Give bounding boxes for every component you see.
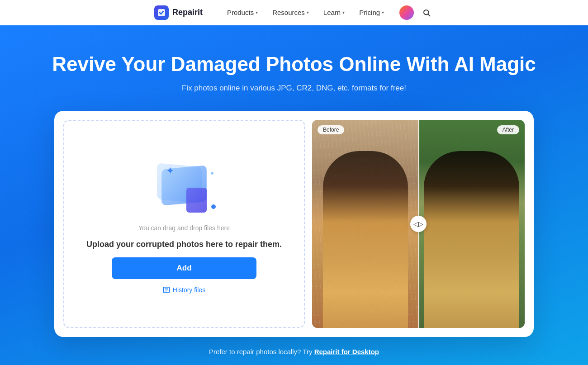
nav-right — [399, 5, 434, 20]
divider-handle[interactable]: ◁▷ — [410, 216, 427, 232]
dot-decoration-2 — [211, 172, 213, 175]
after-half: After — [418, 120, 525, 328]
dot-decoration-1 — [211, 204, 216, 209]
upload-instruction: Upload your corrupted photos here to rep… — [86, 239, 282, 250]
nav-links: Products ▾ Resources ▾ Learn ▾ Pricing ▾ — [221, 5, 390, 20]
upload-3d-icon: ✦ — [152, 158, 216, 213]
brand-name: Repairit — [172, 8, 203, 17]
upload-illustration: ✦ — [148, 154, 220, 217]
hero-title: Revive Your Damaged Photos Online With A… — [52, 52, 536, 76]
chevron-down-icon: ▾ — [256, 10, 258, 15]
chevron-down-icon: ▾ — [382, 10, 384, 15]
before-label: Before — [318, 125, 344, 134]
nav-resources[interactable]: Resources ▾ — [266, 5, 315, 20]
preview-panel: Before After ◁▷ — [312, 120, 525, 328]
nav-pricing[interactable]: Pricing ▾ — [353, 5, 390, 20]
before-half: Before — [312, 120, 418, 328]
hero-subtitle: Fix photos online in various JPG, CR2, D… — [182, 84, 406, 93]
main-card: ✦ You can drag and drop files here Uploa… — [54, 111, 534, 337]
chevron-down-icon: ▾ — [342, 10, 345, 15]
add-button[interactable]: Add — [112, 257, 256, 279]
history-files-link[interactable]: History files — [163, 286, 205, 294]
after-label: After — [497, 125, 519, 134]
brand-logo-link[interactable]: Repairit — [154, 5, 203, 20]
svg-line-2 — [428, 14, 430, 16]
star-icon: ✦ — [166, 165, 174, 177]
logo-icon — [154, 5, 169, 20]
search-icon[interactable] — [419, 5, 434, 20]
hero-section: Revive Your Damaged Photos Online With A… — [0, 25, 588, 365]
nav-learn[interactable]: Learn ▾ — [317, 5, 351, 20]
desktop-link[interactable]: Repairit for Desktop — [314, 348, 379, 356]
bottom-cta-text: Prefer to repair photos locally? Try Rep… — [209, 348, 379, 356]
doc-shape — [186, 188, 207, 213]
before-after-container: Before After ◁▷ — [312, 120, 525, 328]
upload-area[interactable]: ✦ You can drag and drop files here Uploa… — [63, 120, 305, 328]
navbar: Repairit Products ▾ Resources ▾ Learn ▾ … — [0, 0, 588, 25]
person-silhouette-before — [323, 151, 408, 328]
chevron-down-icon: ▾ — [307, 10, 309, 15]
avatar[interactable] — [399, 5, 414, 20]
drag-drop-text: You can drag and drop files here — [138, 224, 230, 232]
history-icon — [163, 286, 170, 294]
person-silhouette-after — [424, 151, 520, 328]
nav-products[interactable]: Products ▾ — [221, 5, 264, 20]
